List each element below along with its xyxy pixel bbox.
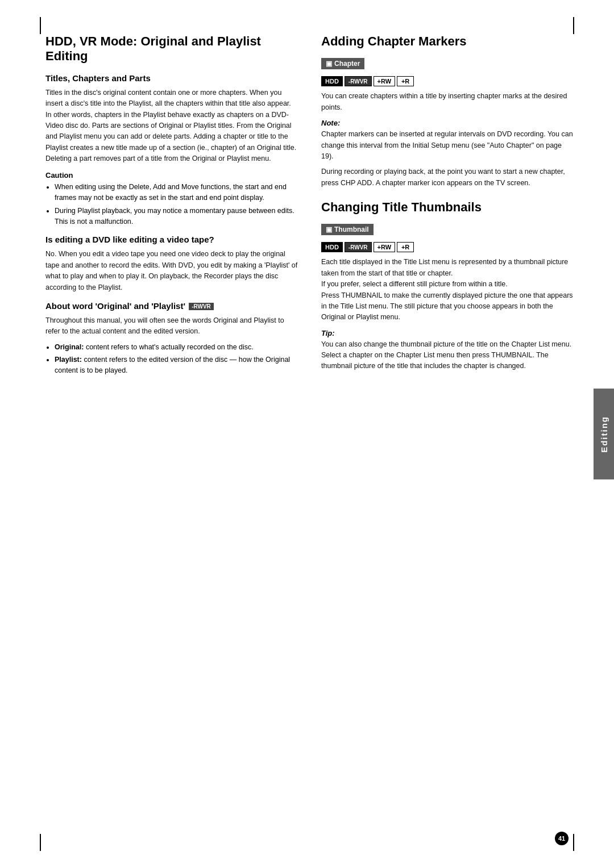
right-column: Adding Chapter Markers ▣ Chapter HDD -RW… xyxy=(321,34,574,381)
subsection-editing-dvd: Is editing a DVD like editing a video ta… xyxy=(45,235,298,244)
badge-rw-2: +RW xyxy=(374,242,396,252)
titles-chapters-body: Titles in the disc's original content co… xyxy=(45,87,298,165)
thumbnails-title: Changing Title Thumbnails xyxy=(321,200,574,215)
chapter-icon: ▣ xyxy=(326,60,332,68)
original-playlist-badge: -RWVR xyxy=(189,303,214,310)
badge-rw-1: +RW xyxy=(374,76,396,86)
adding-chapter-title: Adding Chapter Markers xyxy=(321,34,574,49)
thumbnail-body: Each title displayed in the Title List m… xyxy=(321,257,574,323)
badge-r-1: +R xyxy=(397,76,414,86)
playlist-item: Playlist: content refers to the edited v… xyxy=(55,354,298,376)
chapter-badge-row: HDD -RWVR +RW +R xyxy=(321,76,574,86)
caution-title: Caution xyxy=(45,171,298,180)
tip-label-1: Tip: xyxy=(321,329,574,337)
badge-rwvr-2: -RWVR xyxy=(345,242,372,252)
subsection-titles-chapters: Titles, Chapters and Parts xyxy=(45,73,298,83)
subsection-original-playlist: About word 'Original' and 'Playlist' -RW… xyxy=(45,301,298,311)
tip-body-1: You can also change the thumbnail pictur… xyxy=(321,339,574,372)
caution-item-2: During Playlist playback, you may notice… xyxy=(55,206,298,227)
badge-hdd-2: HDD xyxy=(321,242,343,252)
thumbnail-feature-badge: ▣ Thumbnail xyxy=(321,224,374,235)
chapter-body: You can create chapters within a title b… xyxy=(321,91,574,113)
thumbnail-badge-row: HDD -RWVR +RW +R xyxy=(321,242,574,252)
badge-r-2: +R xyxy=(397,242,414,252)
badge-rwvr-1: -RWVR xyxy=(345,76,372,86)
caution-list: When editing using the Delete, Add and M… xyxy=(45,182,298,227)
caution-item-1: When editing using the Delete, Add and M… xyxy=(55,182,298,203)
main-title: HDD, VR Mode: Original and Playlist Edit… xyxy=(45,34,298,64)
caution-block: Caution When editing using the Delete, A… xyxy=(45,171,298,227)
original-playlist-body: Throughout this manual, you will often s… xyxy=(45,315,298,337)
badge-hdd-1: HDD xyxy=(321,76,343,86)
chapter-feature-badge: ▣ Chapter xyxy=(321,58,364,69)
note-label-1: Note: xyxy=(321,119,574,127)
thumbnail-icon: ▣ xyxy=(326,226,332,233)
left-column: HDD, VR Mode: Original and Playlist Edit… xyxy=(45,34,298,381)
original-item: Original: content refers to what's actua… xyxy=(55,342,298,353)
note-body-1: Chapter markers can be inserted at regul… xyxy=(321,129,574,162)
original-playlist-list: Original: content refers to what's actua… xyxy=(45,342,298,376)
chapter-body-2: During recording or playing back, at the… xyxy=(321,166,574,189)
editing-dvd-body: No. When you edit a video tape you need … xyxy=(45,249,298,293)
